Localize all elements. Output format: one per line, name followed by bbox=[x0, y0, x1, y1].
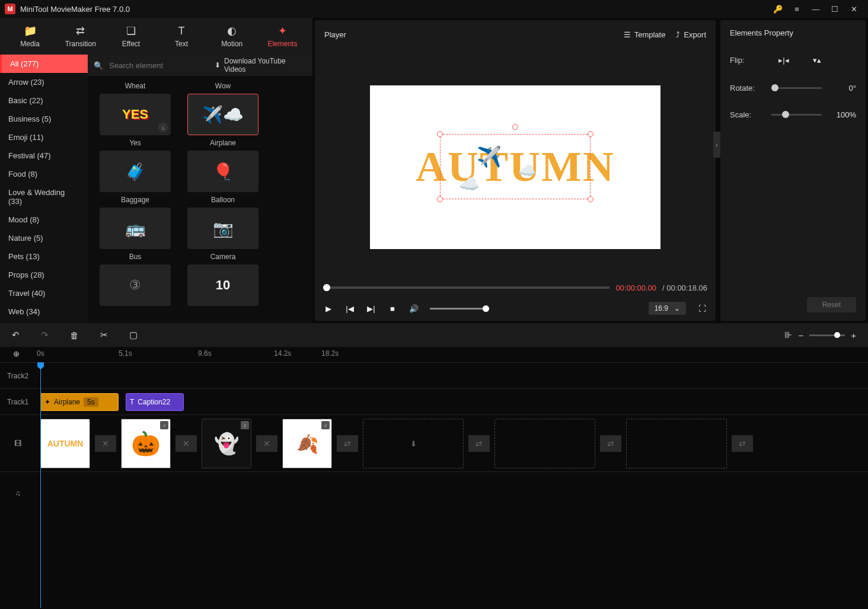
element-balloon[interactable]: 🎈 bbox=[187, 151, 259, 192]
video-clip-2[interactable]: 🎃♪ bbox=[121, 419, 171, 468]
time-total: / 00:00:18.06 bbox=[662, 283, 707, 292]
playhead[interactable] bbox=[40, 362, 41, 608]
handle-br[interactable] bbox=[588, 196, 593, 202]
stop-button[interactable]: ■ bbox=[387, 304, 398, 313]
volume-slider[interactable] bbox=[430, 308, 489, 310]
transition-slot[interactable]: ⇄ bbox=[732, 435, 753, 452]
minimize-button[interactable]: — bbox=[806, 0, 825, 18]
key-icon[interactable]: 🔑 bbox=[768, 0, 787, 18]
audio-track[interactable]: ♫ bbox=[0, 471, 868, 514]
zoom-slider[interactable] bbox=[809, 334, 845, 336]
scale-slider[interactable] bbox=[771, 114, 822, 116]
flip-vertical-button[interactable]: ▾▴ bbox=[809, 54, 825, 66]
transition-slot[interactable]: ✕ bbox=[95, 435, 116, 452]
element-camera[interactable]: 📷 bbox=[187, 208, 259, 249]
category-arrow[interactable]: Arrow (23) bbox=[0, 73, 88, 91]
track-2[interactable]: Track2 bbox=[0, 362, 868, 388]
clip-text-caption[interactable]: T Caption22 bbox=[126, 393, 184, 411]
category-emoji[interactable]: Emoji (11) bbox=[0, 128, 88, 146]
element-item[interactable]: ③ bbox=[100, 264, 171, 306]
handle-rotate[interactable] bbox=[512, 124, 518, 130]
category-web[interactable]: Web (34) bbox=[0, 302, 88, 321]
zoom-out-button[interactable]: − bbox=[798, 330, 803, 340]
category-festival[interactable]: Festival (47) bbox=[0, 146, 88, 165]
element-yes[interactable]: YES↓ bbox=[100, 94, 171, 135]
scale-label: Scale: bbox=[730, 110, 764, 119]
volume-icon[interactable]: 🔊 bbox=[409, 304, 419, 313]
add-track-button[interactable]: ⊕ bbox=[13, 349, 20, 358]
transition-slot[interactable]: ⇄ bbox=[468, 435, 490, 452]
rotate-slider[interactable] bbox=[771, 87, 822, 89]
undo-button[interactable]: ↶ bbox=[12, 330, 20, 340]
video-slot-empty[interactable]: ⬇ bbox=[363, 419, 464, 468]
element-item[interactable]: 10 bbox=[187, 264, 259, 306]
menu-icon[interactable]: ≡ bbox=[787, 0, 806, 18]
redo-button[interactable]: ↷ bbox=[41, 330, 49, 340]
video-clip-4[interactable]: 🍂♪ bbox=[282, 419, 332, 468]
element-label: Wheat bbox=[125, 82, 146, 90]
prev-frame-button[interactable]: |◀ bbox=[344, 304, 355, 313]
rotate-handle[interactable] bbox=[771, 84, 778, 91]
tab-transition[interactable]: ⇄Transition bbox=[55, 18, 106, 55]
reset-button[interactable]: Reset bbox=[807, 297, 856, 313]
next-frame-button[interactable]: ▶| bbox=[366, 304, 376, 313]
tab-media[interactable]: 📁Media bbox=[5, 18, 55, 55]
video-track[interactable]: 🎞 AUTUMN ✕ 🎃♪ ✕ 👻♪ ✕ 🍂♪ ⇄ ⬇ ⇄ ⇄ ⇄ bbox=[0, 414, 868, 471]
element-airplane[interactable]: ✈️☁️ bbox=[187, 94, 259, 135]
maximize-button[interactable]: ☐ bbox=[825, 0, 844, 18]
handle-bl[interactable] bbox=[437, 196, 443, 202]
scrubber-handle[interactable] bbox=[323, 284, 330, 291]
preview-canvas[interactable]: AUTUMN ✈️ ☁️ ☁️ bbox=[370, 85, 660, 249]
category-mood[interactable]: Mood (8) bbox=[0, 211, 88, 229]
category-love[interactable]: Love & Wedding (33) bbox=[0, 183, 88, 211]
category-props[interactable]: Props (28) bbox=[0, 266, 88, 284]
timeline-ruler[interactable]: ⊕ 0s 5.1s 9.6s 14.2s 18.2s bbox=[0, 347, 868, 362]
category-pets[interactable]: Pets (13) bbox=[0, 247, 88, 266]
scale-handle[interactable] bbox=[782, 111, 789, 118]
play-button[interactable]: ▶ bbox=[323, 304, 334, 313]
fullscreen-button[interactable]: ⛶ bbox=[697, 304, 707, 313]
handle-tl[interactable] bbox=[437, 131, 443, 137]
export-button[interactable]: ⤴Export bbox=[676, 30, 706, 39]
tab-motion[interactable]: ◐Motion bbox=[207, 18, 257, 55]
template-button[interactable]: ☰Template bbox=[624, 30, 666, 39]
fit-button[interactable]: ⊪ bbox=[784, 330, 792, 340]
search-input[interactable] bbox=[109, 61, 209, 70]
split-button[interactable]: ✂ bbox=[100, 330, 108, 340]
category-business[interactable]: Business (5) bbox=[0, 110, 88, 128]
close-button[interactable]: ✕ bbox=[844, 0, 863, 18]
video-clip-3[interactable]: 👻♪ bbox=[202, 419, 251, 468]
category-all[interactable]: All (277) bbox=[0, 55, 88, 73]
selection-box[interactable] bbox=[440, 134, 591, 199]
video-slot-empty[interactable] bbox=[626, 419, 727, 468]
transition-slot[interactable]: ✕ bbox=[256, 435, 277, 452]
handle-tr[interactable] bbox=[588, 131, 593, 137]
video-slot-empty[interactable] bbox=[494, 419, 595, 468]
scrubber[interactable] bbox=[323, 286, 609, 289]
transition-slot[interactable]: ⇄ bbox=[337, 435, 358, 452]
folder-icon: 📁 bbox=[24, 24, 37, 37]
aspect-ratio-select[interactable]: 16:9⌄ bbox=[649, 302, 686, 315]
expand-panel-button[interactable]: › bbox=[713, 132, 720, 158]
category-basic[interactable]: Basic (22) bbox=[0, 91, 88, 110]
delete-button[interactable]: 🗑 bbox=[70, 330, 79, 340]
category-nature[interactable]: Nature (5) bbox=[0, 229, 88, 247]
transition-slot[interactable]: ✕ bbox=[175, 435, 197, 452]
clip-element-airplane[interactable]: ✦ Airplane 5s bbox=[40, 393, 119, 411]
track-1[interactable]: Track1 ✦ Airplane 5s T Caption22 bbox=[0, 388, 868, 414]
tab-elements[interactable]: ✦Elements bbox=[257, 18, 308, 55]
tab-text[interactable]: TText bbox=[157, 18, 207, 55]
flip-horizontal-button[interactable]: ▸|◂ bbox=[776, 54, 792, 66]
category-travel[interactable]: Travel (40) bbox=[0, 284, 88, 302]
volume-handle[interactable] bbox=[483, 305, 489, 312]
download-youtube-button[interactable]: ⬇Download YouTube Videos bbox=[215, 57, 307, 74]
crop-button[interactable]: ▢ bbox=[129, 330, 138, 340]
element-bus[interactable]: 🚌 bbox=[100, 208, 171, 249]
transition-slot[interactable]: ⇄ bbox=[600, 435, 621, 452]
tab-effect[interactable]: ❏Effect bbox=[106, 18, 156, 55]
video-clip-1[interactable]: AUTUMN bbox=[40, 419, 90, 468]
category-food[interactable]: Food (8) bbox=[0, 165, 88, 183]
zoom-in-button[interactable]: + bbox=[851, 330, 856, 340]
element-baggage[interactable]: 🧳 bbox=[100, 151, 171, 192]
zoom-handle[interactable] bbox=[834, 332, 840, 338]
